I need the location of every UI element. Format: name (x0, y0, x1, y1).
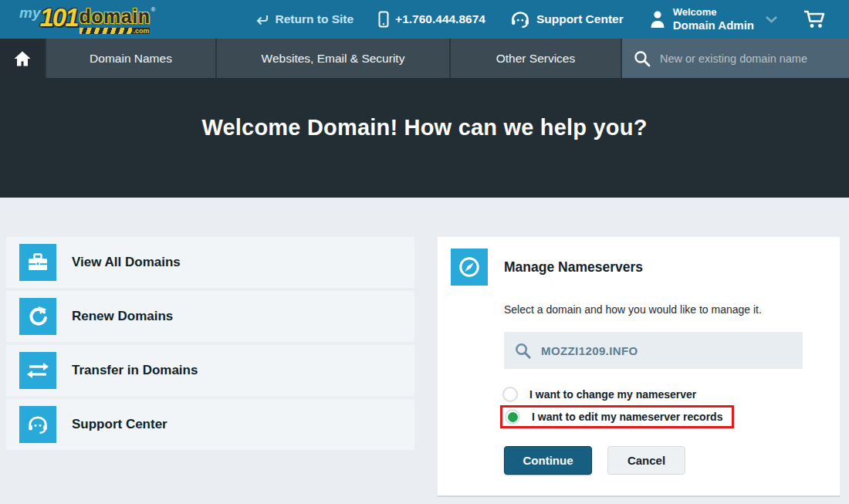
nav-tab-domain-names[interactable]: Domain Names (45, 39, 215, 78)
domain-search-bar[interactable] (621, 39, 849, 78)
support-center-link[interactable]: Support Center (510, 10, 624, 29)
account-name: Domain Admin (673, 19, 754, 32)
sidebar-item-renew-domains[interactable]: Renew Domains (6, 291, 414, 342)
site-logo[interactable]: my 101 domain .com ® (19, 5, 155, 34)
sidebar-item-transfer-in-domains[interactable]: Transfer in Domains (6, 345, 414, 396)
briefcase-icon (19, 244, 56, 281)
headset-icon (510, 10, 530, 29)
logo-domain: domain (79, 7, 151, 26)
welcome-label: Welcome (673, 6, 717, 18)
continue-button[interactable]: Continue (504, 446, 592, 475)
nav-tab-label: Websites, Email & Security (262, 52, 405, 66)
phone-link[interactable]: +1.760.444.8674 (378, 11, 485, 28)
search-icon (514, 342, 532, 360)
radio-button-selected[interactable] (505, 409, 520, 425)
radio-label: I want to change my nameserver (529, 388, 696, 401)
manage-nameservers-panel: Manage Nameservers Select a domain and h… (438, 237, 840, 497)
home-tab[interactable] (0, 39, 45, 78)
logo-com: .com (132, 28, 150, 34)
top-bar: my 101 domain .com ® Return to Site +1.7… (0, 0, 849, 39)
sidebar-item-view-all-domains[interactable]: View All Domains (6, 237, 414, 288)
nav-tab-label: Domain Names (90, 52, 172, 66)
sidebar-item-label: Transfer in Domains (72, 363, 198, 378)
mobile-phone-icon (378, 11, 389, 28)
nav-tab-websites-email-security[interactable]: Websites, Email & Security (215, 39, 449, 78)
logo-101: 101 (39, 5, 77, 29)
panel-title: Manage Nameservers (504, 259, 643, 276)
cart-icon (803, 9, 826, 29)
renew-icon (19, 298, 56, 335)
radio-option-change-nameserver[interactable]: I want to change my nameserver (502, 387, 840, 402)
transfer-icon (19, 352, 56, 389)
panel-subtitle: Select a domain and how you would like t… (504, 303, 840, 316)
search-icon (633, 49, 651, 68)
radio-option-edit-records[interactable]: I want to edit my nameserver records (505, 409, 722, 425)
quick-actions-list: View All Domains Renew Domains Transfer … (6, 237, 414, 453)
registered-mark: ® (151, 6, 155, 13)
domain-input[interactable] (541, 344, 773, 357)
return-to-site-link[interactable]: Return to Site (255, 12, 353, 26)
nav-search-input[interactable] (660, 52, 837, 65)
hero-banner: Welcome Domain! How can we help you? (0, 78, 849, 198)
radio-button-unselected[interactable] (502, 387, 518, 402)
home-icon (13, 50, 32, 67)
return-arrow-icon (255, 14, 269, 25)
sidebar-item-label: View All Domains (72, 255, 181, 270)
headset-icon (19, 406, 56, 443)
compass-icon (451, 249, 488, 286)
nav-tab-label: Other Services (496, 52, 576, 66)
phone-number: +1.760.444.8674 (395, 12, 485, 26)
nav-tab-other-services[interactable]: Other Services (449, 39, 621, 78)
panel-actions: Continue Cancel (504, 446, 840, 475)
radio-label: I want to edit my nameserver records (532, 411, 722, 423)
cancel-button[interactable]: Cancel (607, 446, 685, 475)
return-to-site-label: Return to Site (275, 12, 353, 26)
sidebar-item-support-center[interactable]: Support Center (6, 399, 414, 450)
sidebar-item-label: Renew Domains (72, 309, 173, 324)
highlight-annotation: I want to edit my nameserver records (500, 405, 734, 428)
account-menu[interactable]: Welcome Domain Admin (648, 7, 778, 32)
chevron-down-icon (765, 15, 778, 24)
logo-my: my (19, 5, 40, 22)
topbar-actions: Return to Site +1.760.444.8674 Support C… (255, 7, 849, 32)
cart-button[interactable] (803, 9, 826, 29)
radio-dot (508, 412, 518, 422)
user-icon (648, 9, 667, 29)
sidebar-item-label: Support Center (72, 417, 167, 432)
domain-select-field[interactable] (504, 332, 803, 369)
support-center-label: Support Center (536, 12, 624, 26)
hero-title: Welcome Domain! How can we help you? (201, 115, 647, 198)
logo-stripes: .com (79, 28, 151, 34)
main-nav: Domain Names Websites, Email & Security … (0, 39, 849, 78)
panel-header: Manage Nameservers (438, 237, 840, 286)
